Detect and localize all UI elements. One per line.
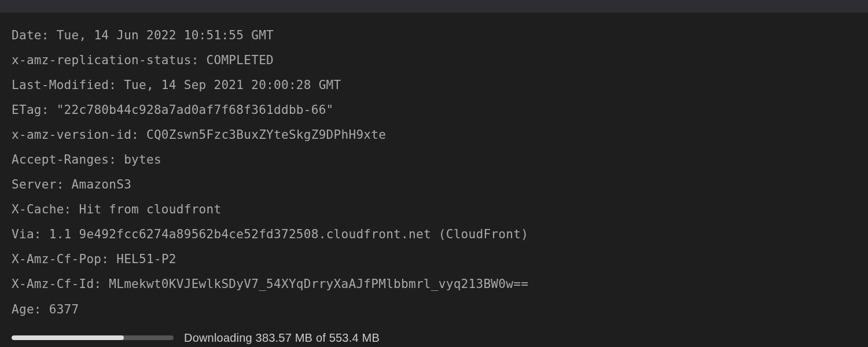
header-value: HEL51-P2	[116, 252, 176, 266]
header-line: Age: 6377	[12, 297, 856, 322]
header-line: Accept-Ranges: bytes	[12, 147, 856, 172]
header-line: Date: Tue, 14 Jun 2022 10:51:55 GMT	[12, 23, 856, 48]
header-line: x-amz-replication-status: COMPLETED	[12, 48, 856, 73]
header-key: X-Amz-Cf-Pop	[12, 252, 101, 266]
header-key: Via	[12, 227, 34, 241]
header-key: x-amz-replication-status	[12, 53, 192, 67]
header-value: Hit from cloudfront	[79, 202, 222, 216]
header-key: X-Cache	[12, 202, 64, 216]
header-line: Last-Modified: Tue, 14 Sep 2021 20:00:28…	[12, 73, 856, 98]
header-value: CQ0Zswn5Fzc3BuxZYteSkgZ9DPhH9xte	[146, 128, 386, 142]
header-line: Server: AmazonS3	[12, 172, 856, 197]
header-line: X-Amz-Cf-Pop: HEL51-P2	[12, 247, 856, 272]
header-value: "22c780b44c928a7ad0af7f68f361ddbb-66"	[57, 103, 334, 117]
header-key: x-amz-version-id	[12, 128, 131, 142]
header-line: X-Cache: Hit from cloudfront	[12, 197, 856, 222]
header-value: MLmekwt0KVJEwlkSDyV7_54XYqDrryXaAJfPMlbb…	[109, 277, 528, 291]
header-value: bytes	[124, 153, 161, 167]
header-value: AmazonS3	[72, 178, 132, 191]
header-line: x-amz-version-id: CQ0Zswn5Fzc3BuxZYteSkg…	[12, 123, 856, 147]
progress-bar-fill	[12, 335, 124, 340]
header-key: Date	[12, 28, 42, 42]
header-line: ETag: "22c780b44c928a7ad0af7f68f361ddbb-…	[12, 98, 856, 123]
header-value: 6377	[49, 302, 79, 316]
progress-bar	[12, 335, 174, 340]
header-key: Server	[12, 178, 57, 191]
header-key: Accept-Ranges	[12, 153, 109, 167]
header-value: 1.1 9e492fcc6274a89562b4ce52fd372508.clo…	[49, 227, 528, 241]
header-key: ETag	[12, 103, 42, 117]
header-value: Tue, 14 Sep 2021 20:00:28 GMT	[124, 78, 341, 92]
header-key: Age	[12, 302, 34, 316]
terminal-output: Date: Tue, 14 Jun 2022 10:51:55 GMT x-am…	[0, 13, 868, 328]
progress-label: Downloading 383.57 MB of 553.4 MB	[184, 331, 380, 345]
window-top-bar	[0, 0, 868, 13]
download-progress-row: Downloading 383.57 MB of 553.4 MB	[0, 328, 868, 345]
header-line: Via: 1.1 9e492fcc6274a89562b4ce52fd37250…	[12, 222, 856, 247]
header-line: X-Amz-Cf-Id: MLmekwt0KVJEwlkSDyV7_54XYqD…	[12, 272, 856, 297]
header-value: COMPLETED	[207, 53, 274, 67]
header-key: X-Amz-Cf-Id	[12, 277, 94, 291]
header-value: Tue, 14 Jun 2022 10:51:55 GMT	[57, 28, 274, 42]
header-key: Last-Modified	[12, 78, 109, 92]
